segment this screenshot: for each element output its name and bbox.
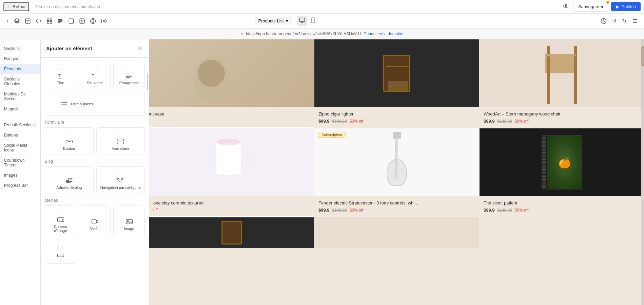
sidebar-item-sections[interactable]: Sections <box>0 43 40 54</box>
table-row: 🍊 The silent patient $99.9 $148.08 50% o… <box>480 128 644 217</box>
price-discount: 50% off <box>515 119 528 124</box>
sidebar-item-images[interactable]: Images <box>0 170 40 180</box>
svg-rect-46 <box>117 142 124 144</box>
scrollbar-track[interactable] <box>641 39 644 305</box>
product-name: Zippo cigar lighter <box>318 111 475 116</box>
sidebar-item-magasin[interactable]: Magasin <box>0 104 40 114</box>
sidebar-item-elements[interactable]: Éléments <box>0 64 40 74</box>
slider-icon <box>57 216 64 222</box>
price-current: $99.9 <box>318 119 330 124</box>
publish-button[interactable]: ▶ Publish <box>611 2 641 11</box>
scrollbar-thumb[interactable] <box>641 46 644 67</box>
drag-dots: ⋮⋮ <box>117 171 124 175</box>
products-page: Free Trial n textured table plant vase o… <box>149 39 644 305</box>
price-original: $148.08 <box>497 208 512 213</box>
product-price: off <box>149 119 310 123</box>
svg-rect-45 <box>117 139 124 141</box>
drag-dots: ⋮⋮ <box>57 210 64 214</box>
history-button[interactable] <box>599 16 609 26</box>
undo-button[interactable]: ↺ <box>610 16 619 26</box>
sidebar-divider <box>0 117 40 117</box>
panel-header: Ajouter un élément × <box>41 39 149 58</box>
table-row: one clay ceramic textured off <box>149 128 314 217</box>
element-card-articles[interactable]: ⋮⋮ Articles de blog <box>45 166 94 194</box>
table-row: Subscription Fender electric Stratocaste… <box>314 128 479 217</box>
redo-button[interactable]: ↻ <box>620 16 628 26</box>
title-icon: T <box>57 73 64 79</box>
element-card-sous-titre[interactable]: ⋮⋮ T Sous-titre <box>79 62 111 89</box>
element-card-titre[interactable]: ⋮⋮ T Titre <box>45 62 76 89</box>
product-price: $99.9 $148.08 50% off <box>484 208 640 213</box>
element-card-formulaire[interactable]: ⋮⋮ Formulaire <box>96 127 145 155</box>
element-card-liste[interactable]: ⋮⋮ Liste à puces <box>45 92 145 116</box>
pages-button[interactable] <box>23 16 33 26</box>
panel-content: ⋮⋮ T Titre ⋮⋮ T Sous-titre ⋮⋮ <box>41 58 149 305</box>
save-button[interactable]: Sauvegarder <box>573 2 608 12</box>
element-card-image[interactable]: ⋮⋮ Image <box>113 205 145 237</box>
sidebar-item-sections-globales[interactable]: Sections Globales <box>0 74 40 89</box>
price-original: $148.08 <box>332 119 347 124</box>
blog-section-title: Blog <box>45 159 145 164</box>
svg-point-17 <box>103 20 105 22</box>
sidebar-item-progress[interactable]: Progress Bar <box>0 180 40 191</box>
layers-button[interactable] <box>12 16 22 26</box>
top-bar-right: 👁 Sauvegarder ▶ Publish <box>562 2 641 12</box>
media-button[interactable] <box>77 16 87 26</box>
price-discount: off <box>153 208 158 212</box>
device-buttons <box>297 16 318 26</box>
shape-button[interactable] <box>66 16 76 26</box>
app-button[interactable] <box>99 16 109 26</box>
product-price: $99.9 $148.08 50% off <box>318 208 475 213</box>
code-button[interactable] <box>34 16 44 26</box>
svg-point-53 <box>122 178 123 180</box>
page-selector[interactable]: Products List ▾ <box>255 17 292 25</box>
sidebar-item-prebuilt[interactable]: Prebuilt Sections <box>0 120 40 130</box>
drag-dots: ⋮⋮ <box>91 66 99 70</box>
medias-elements: ⋮⋮ Curseur d'image ⋮⋮ <box>45 205 145 237</box>
back-button[interactable]: ← Retour <box>3 2 29 11</box>
add-tool-button[interactable]: + <box>4 16 11 26</box>
sidebar-item-social[interactable]: Social Media Icons <box>0 140 40 155</box>
product-info: WoodArt – Stern mahogany wood chair $99.… <box>480 107 644 128</box>
back-label: Retour <box>13 4 26 9</box>
element-card-more[interactable]: ⋮⋮ <box>45 240 76 264</box>
svg-rect-54 <box>57 218 64 222</box>
component-button[interactable] <box>88 16 98 26</box>
drag-dots: ⋮⋮ <box>65 132 73 136</box>
sidebar-item-buttons[interactable]: Buttons <box>0 130 40 140</box>
canvas-area: Free Trial n textured table plant vase o… <box>149 39 644 305</box>
add-element-panel: Ajouter un élément × ⋮⋮ T Titre ⋮⋮ T <box>41 39 149 305</box>
product-info: Fender electric Stratocaster - 3 tone co… <box>314 196 479 217</box>
canvas-content: Free Trial n textured table plant vase o… <box>149 39 644 305</box>
left-sidebar: Sections Rangées Éléments Sections Globa… <box>0 39 41 305</box>
element-card-navigation[interactable]: ⋮⋮ Navigation par catégorie <box>96 166 145 194</box>
more-icon <box>57 252 64 258</box>
sidebar-item-rangees[interactable]: Rangées <box>0 54 40 64</box>
element-card-bouton[interactable]: ⋮⋮ Bouton <box>45 127 94 155</box>
settings-button[interactable] <box>630 16 640 26</box>
list-icon <box>60 101 67 107</box>
mobile-device-button[interactable] <box>308 16 318 26</box>
svg-rect-5 <box>50 19 52 20</box>
text-button[interactable] <box>55 16 65 26</box>
svg-rect-6 <box>47 21 49 23</box>
toolbar: + Products List ▾ <box>0 14 644 29</box>
panel-close-button[interactable]: × <box>136 44 143 53</box>
drag-dots: ⋮⋮ <box>125 212 133 216</box>
layout-button[interactable] <box>44 16 55 26</box>
element-card-curseur[interactable]: ⋮⋮ Curseur d'image <box>45 205 76 237</box>
video-label: Vidéo <box>90 227 100 231</box>
chevron-down-icon: ▾ <box>286 18 288 23</box>
save-indicator: Dernier enregistrement a month ago <box>35 4 559 9</box>
desktop-device-button[interactable] <box>297 16 307 26</box>
element-card-paragraphe[interactable]: ⋮⋮ Paragraphe <box>113 62 145 89</box>
sidebar-item-countdown[interactable]: Countdown Timers <box>0 155 40 170</box>
paragraphe-label: Paragraphe <box>119 81 139 85</box>
element-card-video[interactable]: ⋮⋮ Vidéo <box>79 205 111 237</box>
product-price: off <box>153 208 310 212</box>
connect-domain-link[interactable]: Connecter le domaine <box>364 32 403 36</box>
product-name: The silent patient <box>484 200 640 205</box>
product-info: one clay ceramic textured off <box>149 196 314 216</box>
preview-button[interactable]: 👁 <box>562 2 570 12</box>
sidebar-item-modeles[interactable]: Modèles De Section <box>0 89 40 104</box>
